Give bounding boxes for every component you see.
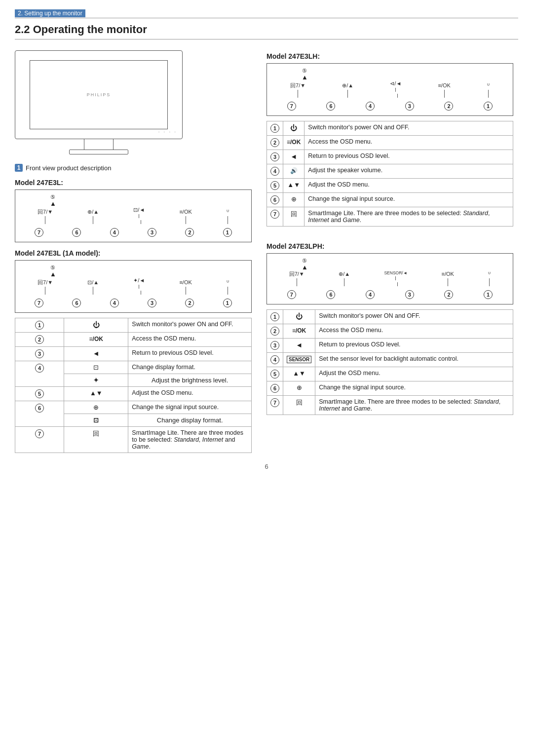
button-diagram-247E3L: ⑤ ▲ 回7/▼ ⊕/▲ ⊡/◄ ≡/O [15,189,252,242]
table-row: 3 ◄ Return to previous OSD level. [267,150,513,164]
breadcrumb: 2. Setting up the monitor [15,10,518,18]
table-row: 4 ⊡ Change display format. [15,361,252,374]
section-title: 2.2 Operating the monitor [15,23,518,39]
table-row: 2 ≡/OK Access the OSD menu. [267,136,513,150]
table-row: 5 ▲▼ Adjust the OSD menu. [267,367,513,381]
monitor-screen: PHILIPS - - - - [30,60,168,129]
monitor-dots: - - - - [158,129,177,134]
table-row: 5 ▲▼ Adjust the OSD menu. [267,179,513,193]
btn-row-247E3LPH: 回7/▼ ⊕/▲ SENSOR/◄ ≡/OK ᵁ [272,270,508,289]
btn3-247E3L: ≡/OK [179,209,191,225]
feature-table-247E3L: 1 ⏻ Switch monitor's power ON and OFF. 2… [15,318,252,453]
front-view-number: 1 [15,164,23,172]
btn-row-247E3LH: 回7/▼ ⊕/▲ ⊲/◄ ≡/OK ᵁ [272,80,508,101]
table-row: 5 ▲▼ Adjust the OSD menu. [15,387,252,401]
table-row: 6 ⊕ Change the signal input source. [267,381,513,396]
model-247E3LPH-label: Model 247E3LPH: [266,242,513,250]
table-row: 7 回 SmartImage Lite. There are three mod… [267,396,513,415]
philips-logo: PHILIPS [87,92,111,97]
page-number: 6 [15,463,518,470]
model-247E3L-1A-label: Model 247E3L (1A model): [15,249,252,257]
table-row: 2 ≡/OK Access the OSD menu. [15,333,252,347]
table-row: 7 回 SmartImage Lite. There are three mod… [15,427,252,453]
monitor-diagram: PHILIPS - - - - [15,50,183,139]
btn-row-247E3L: 回7/▼ ⊕/▲ ⊡/◄ ≡/OK ᵁ [20,207,246,227]
btn6-247E3L: ⊕/▲ [87,209,99,225]
button-diagram-247E3LPH: ⑤ ▲ 回7/▼ ⊕/▲ SENSOR/◄ [266,253,513,304]
btn7-247E3L: 回7/▼ [38,209,53,225]
btn4-247E3L: ⊡/◄ [133,207,145,225]
table-row: 4 SENSOR Set the sensor level for backli… [267,353,513,367]
breadcrumb-text: 2. Setting up the monitor [15,9,85,17]
right-column: Model 247E3LH: ⑤ ▲ 回7/▼ ⊕/▲ ⊲/◄ [266,45,513,453]
table-row: 4 🔊 Adjust the speaker volume. [267,164,513,179]
table-row: 6 ⊕ Change the signal input source. [267,193,513,207]
monitor-base [69,150,128,154]
monitor-stand [84,139,114,150]
table-row: 1 ⏻ Switch monitor's power ON and OFF. [267,310,513,324]
model-247E3L-label: Model 247E3L: [15,179,252,187]
btn1-247E3L: ᵁ [227,209,229,225]
button-diagram-247E3L-1A: ⑤ ▲ 回7/▼ ⊡/▲ ✦/◄ ≡/O [15,260,252,313]
btn-num-row-247E3L-1A: 7 6 4 3 2 1 [20,299,246,307]
table-row: 1 ⏻ Switch monitor's power ON and OFF. [15,318,252,333]
btn-num-row-247E3LPH: 7 6 4 3 2 1 [272,290,508,299]
left-column: PHILIPS - - - - 1 Front view product des… [15,45,252,453]
table-row: 3 ◄ Return to previous OSD level. [267,339,513,353]
table-row: 3 ◄ Return to previous OSD level. [15,347,252,361]
btn-row-247E3L-1A: 回7/▼ ⊡/▲ ✦/◄ ≡/OK ᵁ [20,277,246,298]
front-view-label: 1 Front view product description [15,164,252,172]
front-view-text: Front view product description [26,164,111,172]
feature-table-247E3LH: 1 ⏻ Switch monitor's power ON and OFF. 2… [266,121,513,227]
btn-num-row-247E3L: 7 6 4 3 2 1 [20,228,246,237]
model-247E3LH-label: Model 247E3LH: [266,52,513,60]
table-row: 7 回 SmartImage Lite. There are three mod… [267,207,513,227]
feature-table-247E3LPH: 1 ⏻ Switch monitor's power ON and OFF. 2… [266,309,513,415]
button-diagram-247E3LH: ⑤ ▲ 回7/▼ ⊕/▲ ⊲/◄ ≡/O [266,63,513,116]
table-row: 2 ≡/OK Access the OSD menu. [267,324,513,339]
table-row: 6 ⊕ Change the signal input source. [15,401,252,414]
table-row: 1 ⏻ Switch monitor's power ON and OFF. [267,121,513,136]
btn-num-row-247E3LH: 7 6 4 3 2 1 [272,102,508,111]
